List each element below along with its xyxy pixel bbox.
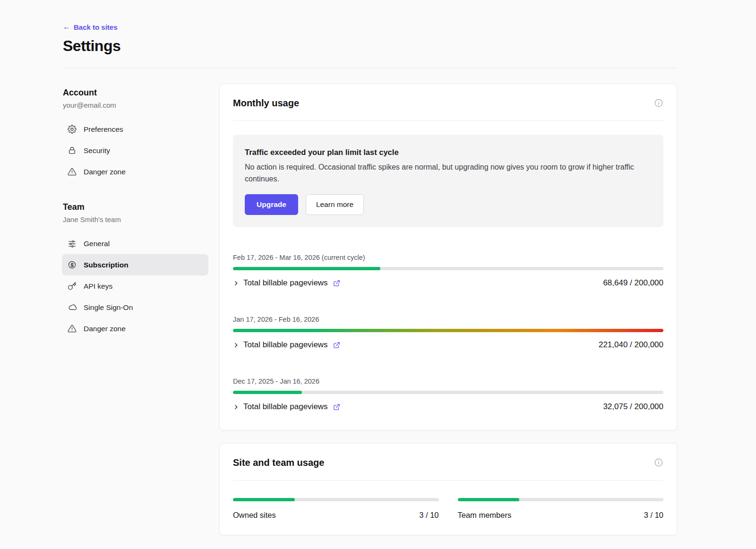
settings-page: ← Back to sites Settings Account your@em… bbox=[0, 0, 756, 535]
site-team-usage-title: Site and team usage bbox=[233, 456, 324, 469]
external-link-icon[interactable] bbox=[333, 280, 340, 287]
sidebar: Account your@email.com Preferences Secur… bbox=[63, 68, 207, 535]
lock-icon bbox=[68, 146, 77, 155]
sidebar-section-account: Account your@email.com Preferences Secur… bbox=[63, 87, 207, 182]
notice-title: Traffic exceeded your plan limit last cy… bbox=[245, 147, 652, 157]
usage-progress-fill bbox=[233, 267, 380, 270]
sidebar-item-label: General bbox=[84, 240, 110, 248]
chevron-right-icon bbox=[233, 404, 239, 410]
sidebar-item-team-danger-zone[interactable]: Danger zone bbox=[62, 318, 208, 339]
info-circle-icon[interactable] bbox=[654, 98, 663, 108]
sliders-icon bbox=[68, 239, 77, 248]
usage-value: 32,075 / 200,000 bbox=[603, 402, 663, 412]
team-name: Jane Smith's team bbox=[63, 214, 207, 224]
sidebar-item-label: Single Sign-On bbox=[84, 303, 133, 312]
team-nav: General Subscription API keys bbox=[63, 233, 207, 339]
monthly-usage-title: Monthly usage bbox=[233, 96, 299, 110]
team-heading: Team bbox=[63, 201, 207, 213]
owned-sites-meter: Owned sites 3 / 10 bbox=[233, 493, 439, 521]
sidebar-item-single-sign-on[interactable]: Single Sign-On bbox=[62, 297, 208, 318]
sidebar-item-label: Preferences bbox=[84, 125, 123, 134]
usage-progress-bar bbox=[233, 391, 663, 394]
sidebar-item-label: Security bbox=[84, 146, 110, 155]
cycle-row: Total billable pageviews 68,649 / 200,00… bbox=[233, 277, 663, 289]
warning-triangle-icon bbox=[68, 167, 77, 176]
team-members-label: Team members bbox=[458, 509, 512, 521]
owned-sites-progress-bar bbox=[233, 498, 439, 501]
pageviews-expander[interactable]: Total billable pageviews bbox=[233, 340, 340, 350]
cloud-icon bbox=[68, 303, 77, 312]
monthly-usage-card: Monthly usage Traffic exceeded your plan… bbox=[219, 84, 677, 430]
team-members-progress-fill bbox=[458, 498, 520, 501]
sidebar-item-label: Danger zone bbox=[84, 325, 126, 333]
pageviews-expander[interactable]: Total billable pageviews bbox=[233, 402, 340, 412]
card-divider bbox=[233, 120, 663, 121]
account-heading: Account bbox=[63, 87, 207, 98]
chevron-right-icon bbox=[233, 342, 239, 348]
page-header: ← Back to sites Settings bbox=[63, 0, 677, 55]
usage-progress-fill bbox=[233, 329, 663, 332]
usage-progress-bar bbox=[233, 267, 663, 270]
usage-cycle-older: Dec 17, 2025 - Jan 16, 2026 Total billab… bbox=[233, 377, 663, 413]
site-team-meters: Owned sites 3 / 10 Team members 3 / 10 bbox=[233, 493, 663, 521]
sidebar-item-danger-zone[interactable]: Danger zone bbox=[62, 161, 208, 182]
usage-cycle-current: Feb 17, 2026 - Mar 16, 2026 (current cyc… bbox=[233, 253, 663, 289]
sidebar-item-subscription[interactable]: Subscription bbox=[62, 254, 208, 275]
usage-value: 221,040 / 200,000 bbox=[599, 340, 663, 350]
site-team-usage-card: Site and team usage Owned sites 3 / 10 bbox=[219, 443, 677, 535]
sidebar-item-label: Subscription bbox=[84, 261, 129, 269]
page-title: Settings bbox=[63, 37, 677, 55]
gear-icon bbox=[68, 125, 77, 134]
sidebar-item-label: API keys bbox=[84, 282, 112, 291]
content: Account your@email.com Preferences Secur… bbox=[63, 68, 677, 535]
external-link-icon[interactable] bbox=[333, 403, 340, 411]
sidebar-item-security[interactable]: Security bbox=[62, 140, 208, 161]
sidebar-section-team: Team Jane Smith's team General Subscript… bbox=[63, 201, 207, 339]
monthly-usage-header: Monthly usage bbox=[233, 96, 663, 110]
dollar-circle-icon bbox=[68, 260, 77, 269]
sidebar-item-api-keys[interactable]: API keys bbox=[62, 275, 208, 297]
back-link-label: Back to sites bbox=[74, 23, 118, 31]
cycle-period: Jan 17, 2026 - Feb 16, 2026 bbox=[233, 315, 663, 324]
owned-sites-labels: Owned sites 3 / 10 bbox=[233, 509, 439, 521]
owned-sites-progress-fill bbox=[233, 498, 295, 501]
cycle-row: Total billable pageviews 221,040 / 200,0… bbox=[233, 339, 663, 351]
upgrade-button[interactable]: Upgrade bbox=[245, 194, 298, 215]
learn-more-button[interactable]: Learn more bbox=[306, 194, 364, 215]
usage-progress-bar bbox=[233, 329, 663, 332]
sidebar-item-preferences[interactable]: Preferences bbox=[62, 119, 208, 140]
usage-value: 68,649 / 200,000 bbox=[603, 278, 663, 288]
main-content: Monthly usage Traffic exceeded your plan… bbox=[219, 68, 677, 535]
sidebar-item-label: Danger zone bbox=[84, 168, 126, 176]
sidebar-item-general[interactable]: General bbox=[62, 233, 208, 254]
key-icon bbox=[68, 282, 77, 291]
external-link-icon[interactable] bbox=[333, 342, 340, 349]
site-team-usage-header: Site and team usage bbox=[233, 456, 663, 469]
pageviews-label: Total billable pageviews bbox=[243, 278, 328, 288]
team-members-usage: 3 / 10 bbox=[644, 509, 663, 521]
chevron-right-icon bbox=[233, 280, 239, 286]
cycle-period: Feb 17, 2026 - Mar 16, 2026 (current cyc… bbox=[233, 253, 663, 262]
back-to-sites-link[interactable]: ← Back to sites bbox=[63, 23, 118, 31]
back-arrow-icon: ← bbox=[63, 23, 70, 31]
usage-progress-fill bbox=[233, 391, 302, 394]
usage-cycle-previous: Jan 17, 2026 - Feb 16, 2026 Total billab… bbox=[233, 315, 663, 351]
team-members-meter: Team members 3 / 10 bbox=[458, 493, 664, 521]
notice-body: No action is required. Occasional traffi… bbox=[245, 162, 652, 185]
card-divider bbox=[233, 480, 663, 480]
team-members-labels: Team members 3 / 10 bbox=[458, 509, 664, 521]
account-email: your@email.com bbox=[63, 100, 207, 110]
cycle-period: Dec 17, 2025 - Jan 16, 2026 bbox=[233, 377, 663, 386]
owned-sites-usage: 3 / 10 bbox=[419, 509, 438, 521]
cycle-row: Total billable pageviews 32,075 / 200,00… bbox=[233, 401, 663, 413]
traffic-exceeded-notice: Traffic exceeded your plan limit last cy… bbox=[233, 135, 663, 227]
account-nav: Preferences Security Danger zone bbox=[63, 119, 207, 182]
pageviews-expander[interactable]: Total billable pageviews bbox=[233, 278, 340, 288]
info-circle-icon[interactable] bbox=[654, 458, 663, 467]
team-members-progress-bar bbox=[458, 498, 664, 501]
owned-sites-label: Owned sites bbox=[233, 509, 276, 521]
notice-actions: Upgrade Learn more bbox=[245, 194, 652, 215]
warning-triangle-icon bbox=[68, 324, 77, 333]
pageviews-label: Total billable pageviews bbox=[243, 340, 328, 350]
pageviews-label: Total billable pageviews bbox=[243, 402, 328, 412]
